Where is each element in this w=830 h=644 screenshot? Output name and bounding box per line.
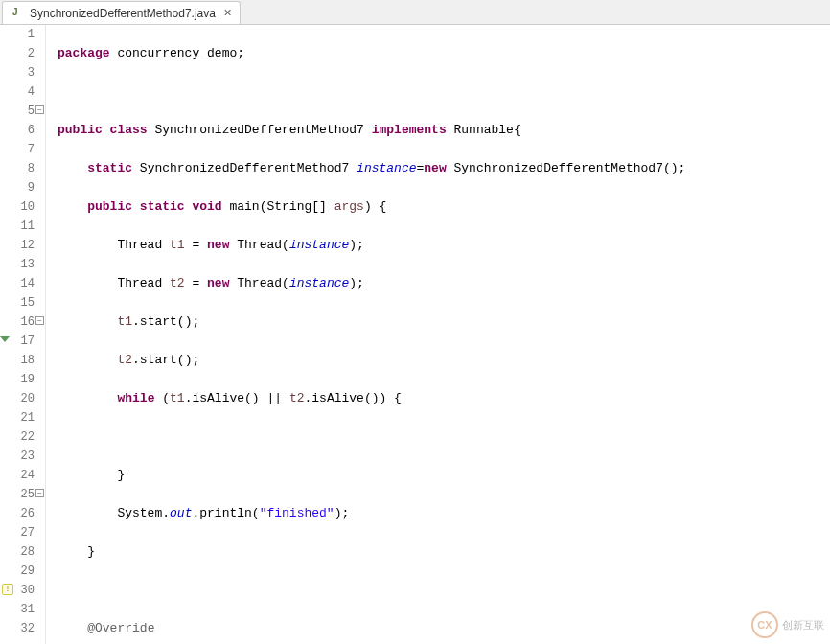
line-number: 1 [0,25,35,44]
line-number: 9 [0,178,35,197]
code-line: Thread t1 = new Thread(instance); [58,236,830,255]
code-area[interactable]: package concurrency_demo; public class S… [40,25,830,644]
line-number: 14 [0,274,35,293]
tab-bar: SynchronizedDefferentMethod7.java ✕ [0,0,830,25]
tab-filename: SynchronizedDefferentMethod7.java [30,7,216,20]
code-line: System.out.println("finished"); [58,504,830,523]
line-number: 24 [0,466,35,485]
line-number: 27 [0,523,35,542]
line-number: 11 [0,217,35,236]
close-icon[interactable]: ✕ [223,7,232,19]
watermark-logo-icon: CX [751,611,778,638]
code-line [58,427,830,447]
code-line: } [58,542,830,562]
watermark-text: 创新互联 [782,618,824,632]
code-line: public class SynchronizedDefferentMethod… [58,121,830,140]
line-number: 7 [0,140,35,159]
code-line: package concurrency_demo; [58,44,830,63]
code-line: t1.start(); [58,312,830,332]
line-number: 22 [0,427,35,447]
code-line: t2.start(); [58,351,830,370]
line-number: 5− [0,102,35,121]
line-number: 10 [0,197,35,217]
override-marker-icon [0,336,10,342]
line-number: 15 [0,293,35,312]
line-number: 18 [0,351,35,370]
code-line: while (t1.isAlive() || t2.isAlive()) { [58,389,830,408]
code-line [58,82,830,102]
line-number: 26 [0,504,35,523]
code-line: } [58,466,830,485]
code-line: Thread t2 = new Thread(instance); [58,274,830,293]
code-line: public static void main(String[] args) { [58,197,830,217]
code-line: @Override [58,619,830,638]
java-file-icon [11,6,26,21]
line-number: 20 [0,389,35,408]
watermark: CX 创新互联 [751,611,824,638]
line-number: 2 [0,44,35,63]
line-number: 23 [0,447,35,466]
line-number: 17 [0,332,35,351]
line-gutter: 1 2 3 4 5− 6 7 8 9 10 11 12 13 14 15 16−… [0,25,40,644]
code-line: static SynchronizedDefferentMethod7 inst… [58,159,830,178]
line-number: !30 [0,581,35,600]
line-number: 13 [0,255,35,274]
line-number: 31 [0,600,35,619]
line-number: 28 [0,542,35,562]
line-number: 3 [0,63,35,82]
line-number: 32 [0,619,35,638]
line-number: 25− [0,485,35,504]
line-number: 16− [0,312,35,332]
line-number: 4 [0,82,35,102]
code-line [58,581,830,600]
line-number: 8 [0,159,35,178]
line-number: 12 [0,236,35,255]
warning-marker-icon: ! [2,584,13,595]
line-number: 19 [0,370,35,389]
editor-tab[interactable]: SynchronizedDefferentMethod7.java ✕ [2,1,241,24]
line-number: 29 [0,562,35,581]
code-editor[interactable]: 1 2 3 4 5− 6 7 8 9 10 11 12 13 14 15 16−… [0,25,830,644]
line-number: 21 [0,408,35,427]
line-number: 6 [0,121,35,140]
